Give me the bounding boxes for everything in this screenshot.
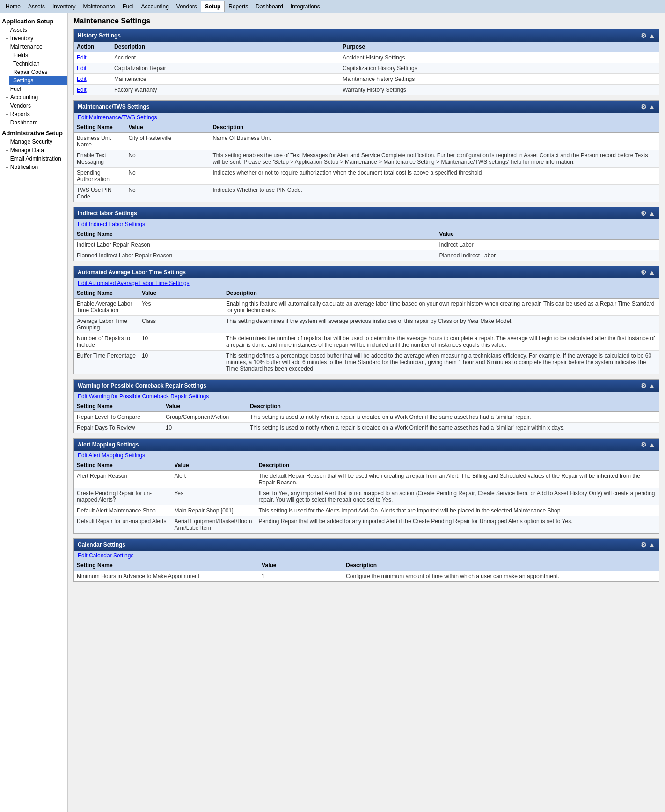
nav-maintenance[interactable]: Maintenance	[79, 1, 119, 12]
indirect-edit-link[interactable]: Edit Indirect Labor Settings	[78, 221, 145, 227]
tws-col-name: Setting Name	[74, 122, 125, 133]
comeback-name-cell: Repair Days To Review	[74, 423, 163, 433]
settings-gear-icon[interactable]: ⚙	[641, 210, 647, 217]
sidebar-item-technician[interactable]: Technician	[9, 59, 67, 68]
table-row: Repair Days To Review 10 This setting is…	[74, 423, 659, 433]
comeback-value-cell: 10	[163, 423, 247, 433]
history-edit-link[interactable]: Edit	[77, 76, 87, 82]
sidebar-item-assets[interactable]: + Assets	[0, 26, 67, 34]
settings-gear-icon[interactable]: ⚙	[641, 382, 647, 389]
sidebar-item-fields[interactable]: Fields	[9, 51, 67, 59]
alert-edit-bar: Edit Alert Mapping Settings	[74, 451, 659, 460]
sidebar-item-reports[interactable]: + Reports	[0, 110, 67, 118]
settings-gear-icon[interactable]: ⚙	[641, 541, 647, 549]
nav-dashboard[interactable]: Dashboard	[252, 1, 287, 12]
nav-integrations[interactable]: Integrations	[287, 1, 324, 12]
plus-icon: +	[6, 103, 8, 109]
tws-desc-cell: This setting enables the use of Text Mes…	[210, 150, 659, 168]
comeback-edit-link[interactable]: Edit Warning for Possible Comeback Repai…	[78, 393, 209, 400]
nav-fuel[interactable]: Fuel	[119, 1, 137, 12]
comeback-col-value: Value	[163, 401, 247, 412]
table-row: Enable Average Labor Time Calculation Ye…	[74, 299, 659, 316]
sidebar-item-inventory[interactable]: + Inventory	[0, 34, 67, 43]
tws-edit-link[interactable]: Edit Maintenance/TWS Settings	[78, 114, 157, 121]
history-edit-link[interactable]: Edit	[77, 54, 87, 61]
collapse-icon[interactable]: ▲	[649, 382, 655, 389]
tws-name-cell: Enable Text Messaging	[74, 150, 125, 168]
collapse-icon[interactable]: ▲	[649, 269, 655, 276]
calendar-settings-section: Calendar Settings ⚙ ▲ Edit Calendar Sett…	[73, 538, 659, 582]
sidebar-item-dashboard[interactable]: + Dashboard	[0, 118, 67, 127]
plus-icon: +	[6, 112, 8, 117]
collapse-icon[interactable]: ▲	[649, 441, 655, 448]
alert-name-cell: Default Repair for un-mapped Alerts	[74, 516, 171, 534]
avg-labor-edit-link[interactable]: Edit Automated Average Labor Time Settin…	[78, 280, 190, 286]
plus-icon: +	[6, 156, 8, 161]
sidebar-item-manage-security[interactable]: + Manage Security	[0, 138, 67, 146]
table-row: Edit Factory Warranty Warranty History S…	[74, 85, 659, 95]
comeback-header-actions: ⚙ ▲	[641, 382, 655, 389]
comeback-col-desc: Description	[247, 401, 659, 412]
sidebar-item-fuel[interactable]: + Fuel	[0, 85, 67, 93]
history-edit-link[interactable]: Edit	[77, 87, 87, 93]
tws-edit-bar: Edit Maintenance/TWS Settings	[74, 113, 659, 122]
settings-gear-icon[interactable]: ⚙	[641, 32, 647, 39]
alert-mapping-header: Alert Mapping Settings ⚙ ▲	[74, 439, 659, 451]
comeback-desc-cell: This setting is used to notify when a re…	[247, 423, 659, 433]
history-settings-section: History Settings ⚙ ▲ Action Description …	[73, 29, 659, 95]
table-row: Average Labor Time Grouping Class This s…	[74, 316, 659, 333]
history-action-cell: Edit	[74, 85, 111, 95]
nav-assets[interactable]: Assets	[24, 1, 49, 12]
history-desc-cell: Maintenance	[111, 74, 340, 85]
nav-reports[interactable]: Reports	[225, 1, 252, 12]
avg-labor-name-cell: Buffer Time Percentage	[74, 351, 139, 374]
tws-value-cell: No	[125, 168, 210, 185]
sidebar-item-vendors[interactable]: + Vendors	[0, 102, 67, 110]
sidebar-item-accounting[interactable]: + Accounting	[0, 93, 67, 102]
calendar-col-desc: Description	[343, 560, 659, 571]
history-edit-link[interactable]: Edit	[77, 65, 87, 72]
sidebar-item-repair-codes[interactable]: Repair Codes	[9, 68, 67, 76]
nav-home[interactable]: Home	[2, 1, 24, 12]
avg-labor-desc-cell: This determines the number of repairs th…	[223, 333, 659, 351]
table-row: Edit Accident Accident History Settings	[74, 52, 659, 63]
settings-gear-icon[interactable]: ⚙	[641, 269, 647, 276]
avg-labor-header: Automated Average Labor Time Settings ⚙ …	[74, 266, 659, 278]
indirect-name-cell: Indirect Labor Repair Reason	[74, 240, 436, 250]
sidebar-item-notification[interactable]: + Notification	[0, 163, 67, 171]
collapse-icon[interactable]: ▲	[649, 32, 655, 39]
history-purpose-cell: Maintenance history Settings	[340, 74, 659, 85]
table-row: Default Alert Maintenance Shop Main Repa…	[74, 505, 659, 516]
sidebar-item-email-admin[interactable]: + Email Administration	[0, 154, 67, 163]
comeback-repair-section: Warning for Possible Comeback Repair Set…	[73, 379, 659, 433]
maintenance-tws-table: Setting Name Value Description Business …	[74, 122, 659, 202]
collapse-icon[interactable]: ▲	[649, 541, 655, 549]
table-row: Minimum Hours in Advance to Make Appoint…	[74, 571, 659, 582]
avg-labor-desc-cell: This setting determines if the system wi…	[223, 316, 659, 333]
settings-gear-icon[interactable]: ⚙	[641, 441, 647, 448]
avg-labor-name-cell: Number of Repairs to Include	[74, 333, 139, 351]
history-header-actions: ⚙ ▲	[641, 32, 655, 39]
nav-vendors[interactable]: Vendors	[173, 1, 201, 12]
indirect-header-actions: ⚙ ▲	[641, 210, 655, 217]
sidebar-item-maintenance[interactable]: − Maintenance	[0, 43, 67, 51]
collapse-icon[interactable]: ▲	[649, 103, 655, 110]
sidebar-item-settings[interactable]: Settings	[9, 76, 67, 85]
alert-edit-link[interactable]: Edit Alert Mapping Settings	[78, 452, 145, 459]
maintenance-tws-header: Maintenance/TWS Settings ⚙ ▲	[74, 101, 659, 113]
sidebar-item-manage-data[interactable]: + Manage Data	[0, 146, 67, 154]
history-purpose-cell: Accident History Settings	[340, 52, 659, 63]
collapse-icon[interactable]: ▲	[649, 210, 655, 217]
settings-gear-icon[interactable]: ⚙	[641, 103, 647, 110]
nav-inventory[interactable]: Inventory	[49, 1, 79, 12]
alert-desc-cell: This setting is used for the Alerts Impo…	[256, 505, 659, 516]
avg-labor-value-cell: 10	[139, 351, 223, 374]
nav-setup[interactable]: Setup	[201, 1, 225, 12]
comeback-desc-cell: This setting is used to notify when a re…	[247, 412, 659, 423]
calendar-edit-link[interactable]: Edit Calendar Settings	[78, 552, 133, 559]
table-row: Default Repair for un-mapped Alerts Aeri…	[74, 516, 659, 534]
avg-labor-name-cell: Enable Average Labor Time Calculation	[74, 299, 139, 316]
plus-icon: +	[6, 148, 8, 153]
avg-labor-value-cell: Class	[139, 316, 223, 333]
nav-accounting[interactable]: Accounting	[137, 1, 172, 12]
